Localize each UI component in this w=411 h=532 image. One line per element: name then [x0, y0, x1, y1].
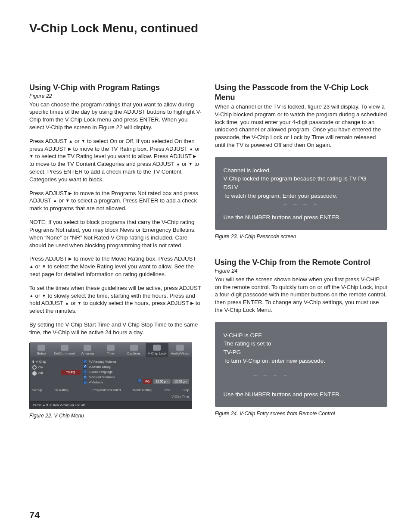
time-icon: [107, 345, 115, 351]
text: to move to the TV Content Categories and…: [29, 161, 176, 167]
checkbox-checked-icon: [83, 365, 87, 369]
tv-rating-value: TV-PG: [61, 370, 81, 375]
right-column: Using the Passcode from the V-Chip Lock …: [215, 83, 388, 419]
text: or: [34, 263, 42, 270]
right-heading-1: Using the Passcode from the V-Chip Lock …: [215, 83, 388, 102]
osd-line: Use the NUMBER buttons and press ENTER.: [224, 213, 380, 222]
left-column: Using V-Chip with Program Ratings Figure…: [29, 83, 202, 419]
content-checks: FV-Fantasy Violence D-Sexual Dialog L-Ad…: [83, 360, 135, 386]
down-arrow-icon: ▼: [42, 264, 46, 270]
movie-rating-value: PG: [143, 379, 152, 384]
figure-22-image: Setup NetCommand Antenna Time Captions V…: [29, 342, 192, 409]
tab-label: Captions: [127, 352, 141, 355]
text: or: [57, 197, 65, 204]
up-arrow-icon: ▲: [68, 138, 73, 144]
text: Press ADJUST: [29, 190, 68, 196]
page-number: 74: [29, 510, 40, 521]
radio-off-label: Off: [38, 371, 43, 375]
right-area: PG 12:00 pm 12:00 pm: [137, 360, 189, 386]
checkbox-icon: [137, 379, 141, 383]
radio-on-icon: [32, 371, 37, 376]
programs-not-rated-label: Programs Not rated: [93, 388, 121, 392]
right-p2: You will see the screen shown below when…: [215, 276, 388, 314]
down-arrow-icon: ▼: [42, 293, 46, 299]
up-arrow-icon: ▲: [65, 300, 69, 306]
text: or: [180, 161, 188, 167]
menu-hint-bar: Press ▲▼ to turn V-Chip on and off: [30, 401, 192, 409]
text: Press ADJUST: [29, 138, 68, 144]
osd-line: TV-PG: [224, 348, 380, 357]
start-label: Start: [164, 388, 171, 392]
check-label: V-Violence: [89, 381, 103, 384]
up-arrow-icon: ▲: [29, 293, 34, 299]
figure-22-caption: Figure 22. V-Chip Menu: [29, 413, 202, 419]
osd-line: V-Chip locked the program because the ra…: [224, 174, 380, 191]
text: to select the Movie Rating level you wan…: [29, 263, 194, 277]
up-arrow-icon: ▲: [176, 161, 180, 167]
left-p6: To set the times when these guidelines w…: [29, 284, 202, 315]
checkbox-icon: [83, 360, 87, 364]
text: or: [73, 138, 81, 144]
text: or: [69, 300, 78, 306]
menu-side-column: ▮V-Chip On Off: [32, 360, 58, 386]
tab-label: Antenna: [81, 352, 94, 355]
down-arrow-icon: ▼: [29, 153, 34, 159]
osd-line: V-CHIP is OFF.: [224, 331, 380, 340]
stop-label: Stop: [182, 388, 189, 392]
vchip-lock-icon: [153, 345, 161, 351]
figure-23-caption: Figure 23. V-Chip Passcode screen: [215, 233, 388, 240]
text: to quickly select the hours, press ADJUS…: [81, 300, 190, 306]
checkbox-icon: [83, 370, 87, 374]
left-p3: Press ADJUST ▶ to move to the Programs N…: [29, 190, 202, 212]
menu-tab: Audio/Video: [168, 343, 192, 357]
osd-line: To turn V-Chip on, enter new passcode.: [224, 357, 380, 365]
checkbox-icon: [83, 380, 87, 384]
tab-label: Time: [107, 352, 114, 355]
text: To set the times when these guidelines w…: [29, 285, 201, 291]
down-arrow-icon: ▼: [188, 161, 193, 167]
menu-tab: Captions: [122, 343, 146, 357]
right-p1: When a channel or the TV is locked, figu…: [215, 103, 388, 149]
passcode-dashes: – – – –: [224, 200, 380, 209]
up-arrow-icon: ▲: [53, 198, 57, 204]
left-p5: Press ADJUST ▶ to move to the Movie Rati…: [29, 255, 202, 278]
tab-label: NetCommand: [54, 352, 75, 355]
left-heading: Using V-Chip with Program Ratings: [29, 83, 202, 93]
figure-22-ref: Figure 22: [29, 93, 202, 99]
menu-tab: Antenna: [76, 343, 99, 357]
stop-time-value: 12:00 pm: [172, 379, 189, 384]
figure-24-caption: Figure 24. V-Chip Entry screen from Remo…: [215, 411, 388, 417]
tv-rating-label: TV Rating: [54, 388, 68, 392]
check-label: S-Sexual Situations: [89, 376, 115, 379]
check-label: D-Sexual Dialog: [89, 365, 111, 368]
audiovideo-icon: [176, 345, 184, 351]
menu-tab-active: V-Chip Lock: [146, 343, 169, 357]
tab-label: Audio/Video: [171, 352, 190, 355]
text: to select the TV Rating level you want t…: [34, 153, 193, 159]
text: or: [193, 146, 200, 152]
menu-tab: NetCommand: [53, 343, 76, 357]
text: Press ADJUST: [29, 255, 68, 262]
side-header: V-Chip: [36, 360, 46, 364]
check-label: FV-Fantasy Violence: [89, 360, 116, 363]
osd-line: To watch the program, Enter your passcod…: [224, 192, 380, 200]
figure-24-osd: V-CHIP is OFF. The rating is set to TV-P…: [215, 322, 388, 407]
osd-line: The rating is set to: [224, 339, 380, 348]
passcode-dashes: – – – –: [224, 371, 380, 380]
text: to move to the TV Rating box. Press ADJU…: [72, 146, 189, 152]
movie-rating-label: Movie Rating: [133, 388, 152, 392]
check-label: L-Adult Language: [89, 370, 112, 373]
down-arrow-icon: ▼: [78, 300, 82, 306]
radio-off-icon: [32, 365, 37, 370]
vchip-label: V-Chip: [32, 388, 42, 392]
down-arrow-icon: ▼: [81, 138, 85, 144]
osd-line: Use the NUMBER buttons and press ENTER.: [224, 390, 380, 399]
page-title: V-Chip Lock Menu, continued: [29, 22, 387, 35]
left-p7: By setting the V-Chip Start Time and V-C…: [29, 321, 202, 336]
left-p2: Press ADJUST ▲ or ▼ to select On or Off.…: [29, 137, 202, 184]
right-arrow-icon: ▶: [68, 146, 72, 152]
left-p4-note: NOTE: If you select to block programs th…: [29, 218, 202, 249]
tv-rating-box: TV-PG: [61, 360, 81, 386]
left-p1: You can choose the program ratings that …: [29, 101, 202, 131]
start-time-value: 12:00 pm: [153, 379, 170, 384]
